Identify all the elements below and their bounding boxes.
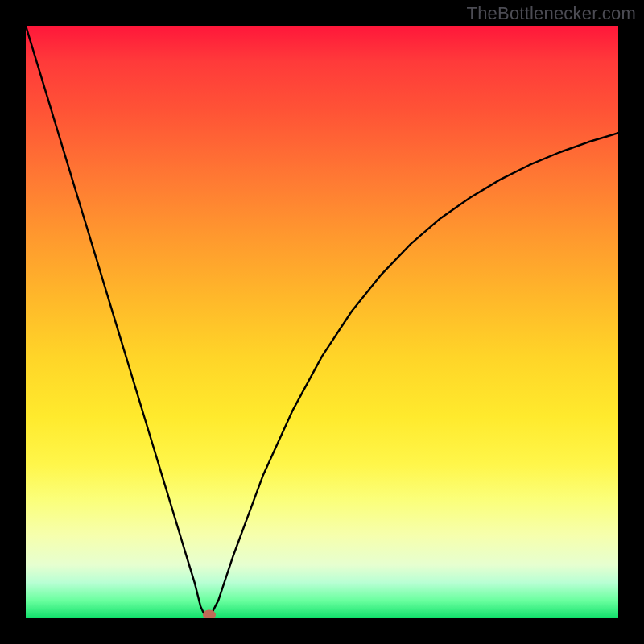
watermark-text: TheBottlenecker.com [467, 3, 636, 24]
plot-area [26, 26, 618, 618]
bottleneck-curve [26, 26, 618, 618]
chart-frame: TheBottlenecker.com [0, 0, 644, 644]
optimal-point-marker [203, 610, 216, 618]
